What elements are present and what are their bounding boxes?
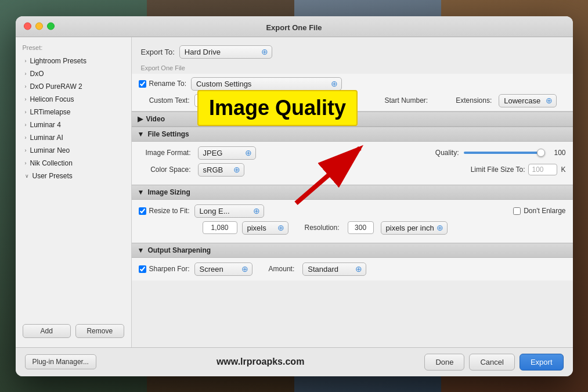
- resize-to-fit-row: Resize to Fit: Long E... ⊕ Don't Enlarge: [139, 204, 566, 218]
- export-to-value: Hard Drive: [185, 48, 221, 56]
- minimize-button[interactable]: [35, 23, 43, 30]
- color-space-label: Color Space:: [139, 166, 191, 174]
- resolution-label: Resolution:: [305, 224, 340, 232]
- dont-enlarge-row: Don't Enlarge: [513, 207, 565, 215]
- amount-select[interactable]: Standard ⊕: [302, 262, 366, 276]
- add-preset-button[interactable]: Add: [23, 324, 71, 338]
- file-settings-body: Image Format: JPEG ⊕ Quality: 100 Color …: [132, 142, 573, 185]
- sidebar-item-helicon-focus[interactable]: › Helicon Focus: [16, 93, 131, 106]
- quality-label: Quality:: [435, 149, 459, 157]
- select-arrow-icon: ⊕: [253, 206, 260, 215]
- resize-value: Long E...: [200, 207, 230, 215]
- color-space-row: Color Space: sRGB ⊕ Limit File Size To: …: [139, 163, 566, 177]
- amount-label: Amount:: [269, 265, 295, 273]
- preset-label: Preset:: [16, 42, 131, 55]
- sidebar-item-label: LRTimelapse: [30, 108, 71, 116]
- image-format-select[interactable]: JPEG ⊕: [198, 146, 256, 160]
- cancel-button[interactable]: Cancel: [469, 354, 514, 371]
- image-format-row: Image Format: JPEG ⊕ Quality: 100: [139, 146, 566, 160]
- image-format-label: Image Format:: [139, 149, 191, 157]
- close-button[interactable]: [24, 23, 31, 30]
- export-button[interactable]: Export: [520, 354, 564, 371]
- pixels-unit: pixels: [247, 224, 266, 232]
- rename-value: Custom Settings: [196, 80, 251, 88]
- output-sharpening-header[interactable]: ▼ Output Sharpening: [132, 243, 573, 258]
- image-sizing-body: Resize to Fit: Long E... ⊕ Don't Enlarge…: [132, 200, 573, 243]
- sidebar-item-dxo[interactable]: › DxO: [16, 67, 131, 80]
- sidebar-item-luminar4[interactable]: › Luminar 4: [16, 118, 131, 131]
- extensions-select[interactable]: Lowercase ⊕: [499, 94, 557, 107]
- done-button[interactable]: Done: [424, 354, 464, 371]
- resize-value-select[interactable]: Long E... ⊕: [194, 204, 264, 218]
- sharpen-checkbox[interactable]: [139, 265, 146, 273]
- sidebar-item-label: Nik Collection: [30, 159, 73, 167]
- resolution-input[interactable]: 300: [348, 221, 374, 234]
- sharpen-checkbox-label[interactable]: Sharpen For:: [139, 265, 190, 273]
- plugin-manager-button[interactable]: Plug-in Manager...: [25, 354, 96, 369]
- sidebar-item-luminar-neo[interactable]: › Luminar Neo: [16, 144, 131, 157]
- sidebar-item-lrtimelapse[interactable]: › LRTimelapse: [16, 106, 131, 118]
- select-arrow-icon: ⊕: [437, 223, 443, 232]
- file-settings-title: File Settings: [147, 130, 189, 138]
- resolution-unit-select[interactable]: pixels per inch ⊕: [381, 221, 448, 235]
- export-to-row: Export To: Hard Drive ⊕: [132, 42, 573, 63]
- color-space-select[interactable]: sRGB ⊕: [198, 163, 244, 177]
- pixels-row: 1,080 pixels ⊕ Resolution: 300 pixels pe…: [139, 221, 566, 235]
- select-arrow-icon: ⊕: [245, 148, 252, 157]
- quality-value: 100: [550, 149, 566, 157]
- main-content: Preset: › Lightroom Presets › DxO › DxO …: [16, 37, 573, 347]
- maximize-button[interactable]: [47, 23, 55, 30]
- sidebar-item-user-presets[interactable]: ∨ User Presets: [16, 170, 131, 182]
- bottom-bar: Plug-in Manager... www.lrproapks.com Don…: [16, 347, 573, 376]
- sidebar-item-lightroom-presets[interactable]: › Lightroom Presets: [16, 55, 131, 67]
- output-sharpening-title: Output Sharpening: [147, 246, 211, 254]
- chevron-right-icon: ›: [25, 122, 27, 128]
- extensions-label: Extensions:: [456, 96, 492, 105]
- right-panel: Export To: Hard Drive ⊕ Export One File …: [132, 37, 573, 347]
- quality-slider[interactable]: [464, 152, 545, 154]
- title-bar: Export One File: [16, 16, 573, 37]
- traffic-lights: [24, 23, 55, 30]
- file-settings-header[interactable]: ▼ File Settings: [132, 127, 573, 142]
- remove-preset-button[interactable]: Remove: [75, 324, 124, 338]
- sidebar-item-label: Lightroom Presets: [30, 57, 86, 65]
- sidebar-item-label: DxO PureRAW 2: [30, 82, 82, 91]
- chevron-right-icon: ›: [25, 160, 27, 166]
- select-arrow-icon: ⊕: [331, 79, 338, 88]
- sidebar-item-dxo-pureraw2[interactable]: › DxO PureRAW 2: [16, 80, 131, 93]
- image-format-value: JPEG: [203, 149, 223, 157]
- rename-checkbox-label[interactable]: Rename To:: [139, 80, 186, 88]
- start-number-label: Start Number:: [385, 96, 428, 105]
- color-space-value: sRGB: [203, 166, 223, 174]
- sharpen-value-select[interactable]: Screen ⊕: [194, 262, 252, 276]
- sharpen-label: Sharpen For:: [149, 265, 190, 273]
- expand-icon: ▼: [138, 246, 145, 254]
- sidebar: Preset: › Lightroom Presets › DxO › DxO …: [16, 37, 132, 347]
- amount-value: Standard: [308, 265, 338, 274]
- export-to-select[interactable]: Hard Drive ⊕: [179, 45, 272, 59]
- rename-label: Rename To:: [149, 80, 186, 88]
- resize-checkbox[interactable]: [139, 207, 146, 215]
- rename-value-select[interactable]: Custom Settings ⊕: [191, 77, 342, 91]
- bottom-buttons: Done Cancel Export: [424, 354, 563, 371]
- pixels-unit-select[interactable]: pixels ⊕: [242, 221, 288, 235]
- extensions-value: Lowercase: [504, 96, 540, 105]
- banner-text: Image Quality: [209, 96, 346, 120]
- output-sharpening-body: Sharpen For: Screen ⊕ Amount: Standard ⊕: [132, 258, 573, 280]
- select-arrow-icon: ⊕: [546, 96, 553, 105]
- limit-input[interactable]: 100: [528, 164, 557, 175]
- dont-enlarge-checkbox[interactable]: [513, 207, 521, 215]
- resize-checkbox-label[interactable]: Resize to Fit:: [139, 207, 190, 215]
- bottom-spacer: [132, 280, 573, 292]
- image-sizing-header[interactable]: ▼ Image Sizing: [132, 185, 573, 200]
- rename-checkbox[interactable]: [139, 80, 146, 88]
- pixels-input[interactable]: 1,080: [203, 221, 237, 234]
- chevron-right-icon: ›: [25, 71, 27, 77]
- dont-enlarge-label: Don't Enlarge: [524, 207, 565, 215]
- sidebar-item-nik-collection[interactable]: › Nik Collection: [16, 157, 131, 170]
- sidebar-item-luminar-ai[interactable]: › Luminar AI: [16, 131, 131, 144]
- limit-label: Limit File Size To:: [471, 166, 525, 174]
- quality-row: Quality: 100: [435, 149, 566, 157]
- sidebar-item-label: Luminar 4: [30, 121, 61, 129]
- video-title: Video: [146, 115, 165, 123]
